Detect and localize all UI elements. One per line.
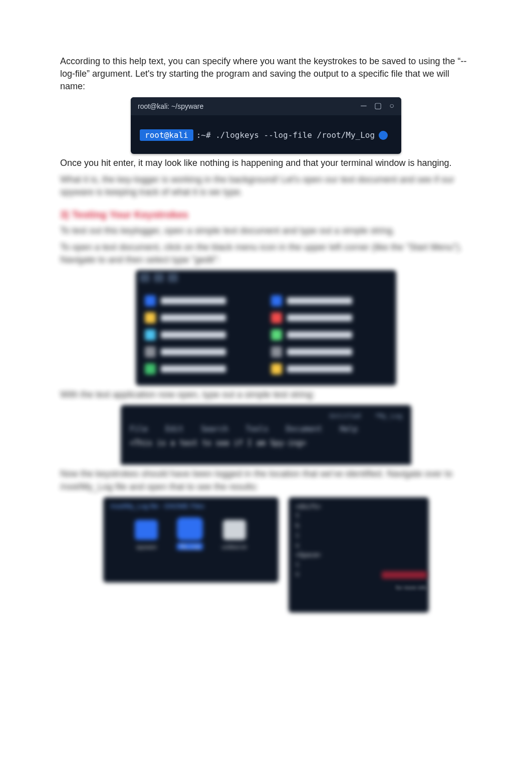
menu-item-label (287, 297, 352, 304)
menu-item-icon (271, 329, 282, 340)
file-icon (178, 519, 201, 539)
menu-left-column (145, 295, 261, 378)
menu-item-icon (145, 329, 156, 340)
cursor-icon (379, 131, 388, 140)
menu-item-label (161, 297, 226, 304)
bottom-screenshot-pair: /root/My_Log file - GNOME Files spywareM… (60, 497, 472, 613)
menu-item-left (145, 329, 261, 340)
log-line: s (296, 541, 422, 550)
menu-item-label (287, 365, 352, 372)
menu-item-icon (271, 346, 282, 357)
log-line: h (296, 521, 422, 531)
log-line: i (296, 531, 422, 540)
menu-right-column (271, 295, 387, 378)
menu-item-right (271, 346, 387, 357)
file-label: untitled.txt (222, 544, 247, 550)
menu-item-icon (145, 346, 156, 357)
menu-item-label (161, 331, 226, 338)
editor-menu-tools: Tools (246, 425, 269, 434)
log-line: T (296, 512, 422, 521)
menu-item-icon (145, 363, 156, 374)
menu-item-left (145, 346, 261, 357)
menu-item-label (161, 348, 226, 355)
paragraph-3-blurred: What it is, the key-logger is working in… (60, 173, 472, 199)
menu-item-right (271, 312, 387, 323)
menu-item-right (271, 295, 387, 306)
menu-item-label (287, 331, 352, 338)
editor-menu-document: Document (286, 425, 322, 434)
log-output-screenshot: <Shift>This<Space>is (289, 497, 429, 613)
editor-menubar: File Edit Search Tools Document Help (130, 425, 402, 434)
menu-screenshot (60, 270, 472, 385)
file-browser-screenshot: /root/My_Log file - GNOME Files spywareM… (103, 497, 279, 582)
file-label: spyware (136, 544, 157, 550)
document-page: According to this help text, you can spe… (0, 0, 532, 643)
paragraph-2: Once you hit enter, it may look like not… (60, 157, 472, 169)
terminal-title-text: root@kali: ~/spyware (138, 102, 203, 110)
editor-menu-help: Help (340, 425, 358, 434)
menu-item-label (287, 314, 352, 321)
menu-item-left (145, 312, 261, 323)
menu-item-label (287, 348, 352, 355)
minimize-icon: ─ (359, 101, 368, 110)
file-item: spyware (135, 520, 158, 550)
editor-tab-1: Untitled (330, 412, 361, 420)
file-item: My_Log (177, 519, 202, 550)
terminal-body: root@kali:~# ./logkeys --log-file /root/… (131, 115, 401, 154)
menu-item-left (145, 295, 261, 306)
editor-content-line: <This is a test to see if I am Spy-ing> (130, 439, 402, 448)
menu-item-left (145, 363, 261, 374)
paragraph-6-blurred: With the text application now open, type… (60, 388, 472, 401)
file-item: untitled.txt (222, 520, 247, 550)
close-icon: ○ (387, 101, 396, 110)
watermark-logo (382, 568, 427, 582)
menu-item-label (161, 365, 226, 372)
paragraph-7-blurred: Now the keystrokes should have been logg… (60, 468, 472, 493)
menu-item-right (271, 329, 387, 340)
file-icon (223, 520, 246, 540)
section-heading: 3) Testing Your Keystrokes (60, 209, 472, 221)
folder-icon (135, 520, 158, 540)
log-line: <Space> (296, 550, 422, 560)
paragraph-5-blurred: To open a text document, click on the bl… (60, 241, 472, 266)
svg-rect-0 (382, 571, 427, 579)
terminal-command: :~# ./logkeys --log-file /root/My_Log (196, 130, 375, 140)
menu-item-label (161, 314, 226, 321)
log-line: <Shift> (296, 502, 422, 512)
terminal-screenshot-1: root@kali: ~/spyware ─ ▢ ○ root@kali:~# … (60, 97, 472, 154)
watermark-caption: for more info (396, 584, 427, 591)
menu-item-icon (271, 363, 282, 374)
maximize-icon: ▢ (373, 101, 382, 110)
terminal-titlebar: root@kali: ~/spyware ─ ▢ ○ (131, 97, 401, 115)
menu-item-icon (145, 295, 156, 306)
editor-screenshot: Untitled *My_Log File Edit Search Tools … (60, 405, 472, 465)
file-browser-title: /root/My_Log file - GNOME Files (110, 502, 272, 510)
menu-item-icon (145, 312, 156, 323)
menu-item-icon (271, 312, 282, 323)
menu-item-icon (271, 295, 282, 306)
menu-item-right (271, 363, 387, 374)
editor-tabs: Untitled *My_Log (130, 412, 402, 420)
editor-menu-search: Search (201, 425, 228, 434)
editor-menu-edit: Edit (165, 425, 183, 434)
terminal-prompt: root@kali (140, 129, 193, 141)
editor-tab-2: *My_Log (375, 412, 402, 420)
paragraph-4-blurred: To test out this keylogger, open a simpl… (60, 225, 472, 237)
editor-menu-file: File (130, 425, 148, 434)
intro-paragraph-1: According to this help text, you can spe… (60, 55, 472, 93)
file-label: My_Log (177, 543, 202, 550)
